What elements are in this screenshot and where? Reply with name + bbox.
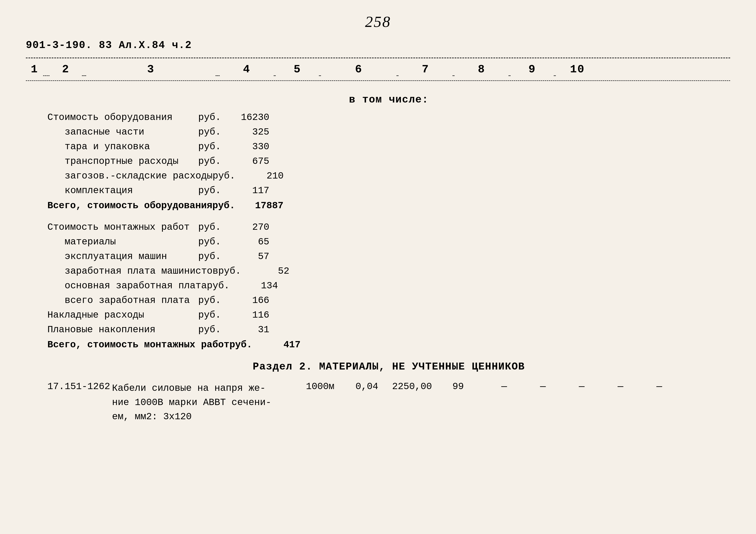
section-header: в том числе: bbox=[47, 94, 730, 106]
komplekt-row: комплектация руб. 117 bbox=[47, 185, 730, 196]
nakladnye-row: Накладные расходы руб. 116 bbox=[47, 310, 730, 320]
montage-total-value: 417 bbox=[257, 339, 301, 350]
zagotov-unit: руб. bbox=[213, 170, 241, 181]
item-17-dash1: — bbox=[485, 381, 524, 392]
item-17-qty: 1000м bbox=[306, 381, 356, 392]
item-17-row: 17. 151-1262 Кабели силовые на напря же-… bbox=[47, 381, 730, 424]
montage-total-row: Всего, стоимость монтажных работ руб. 41… bbox=[47, 339, 730, 350]
transport-unit: руб. bbox=[198, 156, 226, 167]
zarplata-mashinistov-unit: руб. bbox=[218, 266, 246, 276]
item-17-dash4: — bbox=[601, 381, 640, 392]
item-17-code: 151-1262 bbox=[65, 381, 112, 392]
tara-value: 330 bbox=[226, 141, 269, 152]
montage-cost-label: Стоимость монтажных работ bbox=[47, 222, 198, 233]
col-2-header: 2 bbox=[49, 63, 82, 76]
col-8-header: 8 bbox=[455, 63, 508, 76]
equipment-total-unit: руб. bbox=[212, 200, 240, 211]
equipment-total-label: Всего, стоимость оборудования bbox=[47, 200, 212, 211]
osnovnaya-zarplata-unit: руб. bbox=[207, 280, 235, 291]
tara-unit: руб. bbox=[198, 141, 226, 152]
planovye-row: Плановые накопления руб. 31 bbox=[47, 324, 730, 335]
montage-total-label: Всего, стоимость монтажных работ bbox=[47, 339, 230, 350]
osnovnaya-zarplata-value: 134 bbox=[235, 280, 278, 291]
planovye-label: Плановые накопления bbox=[47, 324, 198, 335]
zarplata-mashinistov-row: заработная плата машинистов руб. 52 bbox=[47, 266, 730, 276]
montage-cost-value: 270 bbox=[226, 222, 269, 233]
item-17-desc-line3: ем, мм2: 3х120 bbox=[112, 411, 192, 422]
item-17-num: 17. bbox=[47, 381, 65, 392]
item-17-price: 2250,00 bbox=[392, 381, 452, 392]
item-17-coeff: 0,04 bbox=[356, 381, 392, 392]
nakladnye-label: Накладные расходы bbox=[47, 310, 198, 320]
item-17-dash5: — bbox=[640, 381, 679, 392]
expluataciya-value: 57 bbox=[226, 251, 269, 262]
komplekt-value: 117 bbox=[226, 185, 269, 196]
col-1-header: 1 bbox=[26, 63, 43, 76]
zapas-value: 325 bbox=[226, 127, 269, 138]
vsego-zarplata-value: 166 bbox=[226, 295, 269, 306]
zagotov-value: 210 bbox=[241, 170, 284, 181]
zapas-label: запасные части bbox=[47, 127, 198, 138]
transport-row: транспортные расходы руб. 675 bbox=[47, 156, 730, 167]
vsego-zarplata-label: всего заработная плата bbox=[47, 295, 198, 306]
doc-ref: 901-3-190. 83 Ал.Х.84 ч.2 bbox=[26, 39, 730, 51]
col-6-header: 6 bbox=[321, 63, 396, 76]
item-17-norm: 99 bbox=[452, 381, 485, 392]
montage-section: Стоимость монтажных работ руб. 270 матер… bbox=[47, 222, 730, 350]
planovye-unit: руб. bbox=[198, 324, 226, 335]
zapas-unit: руб. bbox=[198, 127, 226, 138]
komplekt-unit: руб. bbox=[198, 185, 226, 196]
col-7-header: 7 bbox=[398, 63, 452, 76]
montage-title-row: Стоимость монтажных работ руб. 270 bbox=[47, 222, 730, 233]
komplekt-label: комплектация bbox=[47, 185, 198, 196]
transport-label: транспортные расходы bbox=[47, 156, 198, 167]
item-17-desc-line2: ние 1000В марки АВВТ сечени- bbox=[112, 397, 271, 408]
zagotov-row: загозов.-складские расходы руб. 210 bbox=[47, 170, 730, 181]
osnovnaya-zarplata-label: основная заработная плата bbox=[47, 280, 207, 291]
transport-value: 675 bbox=[226, 156, 269, 167]
col-10-header: 10 bbox=[556, 63, 599, 76]
vsego-zarplata-row: всего заработная плата руб. 166 bbox=[47, 295, 730, 306]
col-4-header: 4 bbox=[220, 63, 274, 76]
equipment-cost-unit: руб. bbox=[198, 112, 226, 123]
equipment-total-value: 17887 bbox=[240, 200, 284, 211]
col-5-header: 5 bbox=[276, 63, 319, 76]
equipment-cost-title-row: Стоимость оборудования руб. 16230 bbox=[47, 112, 730, 123]
nakladnye-unit: руб. bbox=[198, 310, 226, 320]
expluataciya-label: эксплуатация машин bbox=[47, 251, 198, 262]
material-unit: руб. bbox=[198, 237, 226, 247]
tara-label: тара и упаковка bbox=[47, 141, 198, 152]
zagotov-label: загозов.-складские расходы bbox=[47, 170, 213, 181]
zarplata-mashinistov-label: заработная плата машинистов bbox=[47, 266, 218, 276]
expluataciya-row: эксплуатация машин руб. 57 bbox=[47, 251, 730, 262]
page-number: 258 bbox=[26, 13, 730, 31]
page: 258 901-3-190. 83 Ал.Х.84 ч.2 1 2 3 4 5 … bbox=[0, 0, 756, 534]
vsego-zarplata-unit: руб. bbox=[198, 295, 226, 306]
item-17-desc: Кабели силовые на напря же- ние 1000В ма… bbox=[112, 381, 306, 424]
expluataciya-unit: руб. bbox=[198, 251, 226, 262]
nakladnye-value: 116 bbox=[226, 310, 269, 320]
col-3-header: 3 bbox=[86, 63, 215, 76]
item-17-desc-line1: Кабели силовые на напря же- bbox=[112, 383, 266, 394]
material-value: 65 bbox=[226, 237, 269, 247]
zapas-row: запасные части руб. 325 bbox=[47, 127, 730, 138]
equipment-total-row: Всего, стоимость оборудования руб. 17887 bbox=[47, 200, 730, 211]
equipment-cost-value: 16230 bbox=[226, 112, 269, 123]
equipment-cost-label: Стоимость оборудования bbox=[47, 112, 198, 123]
item-17-dash3: — bbox=[562, 381, 601, 392]
tara-row: тара и упаковка руб. 330 bbox=[47, 141, 730, 152]
column-header-row: 1 2 3 4 5 6 7 8 9 10 bbox=[26, 58, 730, 81]
montage-total-unit: руб. bbox=[230, 339, 257, 350]
content-section: в том числе: Стоимость оборудования руб.… bbox=[26, 94, 730, 424]
material-label: материалы bbox=[47, 237, 198, 247]
montage-cost-unit: руб. bbox=[198, 222, 226, 233]
zarplata-mashinistov-value: 52 bbox=[246, 266, 289, 276]
planovye-value: 31 bbox=[226, 324, 269, 335]
item-17-dash2: — bbox=[524, 381, 562, 392]
material-row: материалы руб. 65 bbox=[47, 237, 730, 247]
section2-title: Раздел 2. МАТЕРИАЛЫ, НЕ УЧТЕННЫЕ ЦЕННИКО… bbox=[47, 361, 730, 372]
osnovnaya-zarplata-row: основная заработная плата руб. 134 bbox=[47, 280, 730, 291]
col-9-header: 9 bbox=[511, 63, 554, 76]
